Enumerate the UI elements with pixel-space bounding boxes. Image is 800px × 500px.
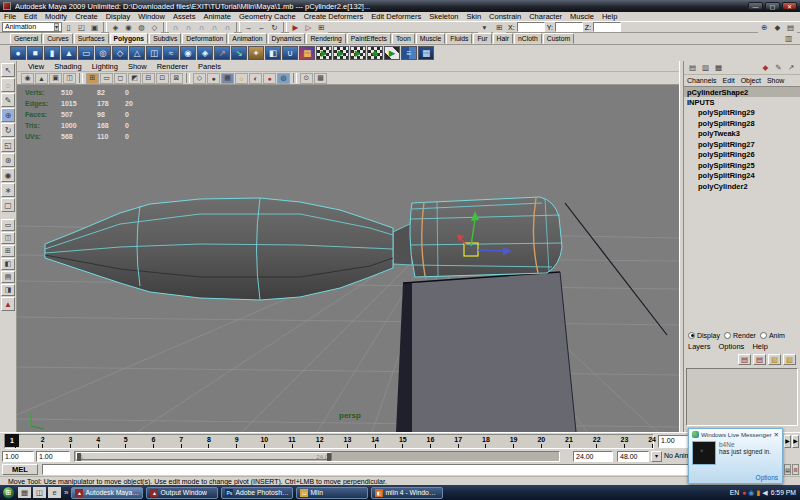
status-open-scene-icon[interactable]: ◰	[75, 22, 88, 33]
status-snap-view-plane-icon[interactable]: ∩	[208, 22, 221, 33]
shelf-smooth-preview-2-icon[interactable]: ▶	[333, 46, 349, 60]
panel-toolbar-gate-mask-icon[interactable]: ◩	[128, 73, 141, 84]
mel-input[interactable]	[42, 464, 782, 475]
layout-layout-single-icon[interactable]: ▭	[1, 219, 15, 231]
status-snap-curve-icon[interactable]: ∩	[182, 22, 195, 33]
shelf-poly-extrude-icon[interactable]: ↗	[214, 46, 230, 60]
tool-move-tool-icon[interactable]: ⊕	[1, 108, 15, 122]
layout-layout-persp-outliner-icon[interactable]: ◧	[1, 258, 15, 270]
cylinder-mesh[interactable]	[410, 197, 562, 277]
quick-launch-show-desktop-icon[interactable]: ▦	[18, 487, 31, 498]
panel-toolbar-image-plane-icon[interactable]: ◫	[63, 73, 76, 84]
task-mlin-4-windows-p-[interactable]: ◧mlin 4 - Windows P...	[371, 487, 443, 499]
tray-volume-tray-icon[interactable]: ◀	[762, 488, 767, 498]
panel-toolbar-camera-attributes-icon[interactable]: ▲	[35, 73, 48, 84]
panel-toolbar-safe-title-icon[interactable]: ⊠	[170, 73, 183, 84]
close-button[interactable]: ✕	[782, 2, 797, 10]
tool-lasso-tool-icon[interactable]: ◌	[1, 78, 15, 92]
input-node-polysplitring28[interactable]: polySplitRing28	[684, 119, 800, 130]
shelf-tab-general[interactable]: General	[10, 33, 42, 44]
layout-layout-hypershade-icon[interactable]: ▤	[1, 271, 15, 283]
status-snap-grid-icon[interactable]: ∩	[169, 22, 182, 33]
menu-modify[interactable]: Modify	[41, 12, 71, 21]
status-render-settings-icon[interactable]: ⊞	[315, 22, 328, 33]
input-node-polysplitring29[interactable]: polySplitRing29	[684, 108, 800, 119]
cb-menu-object[interactable]: Object	[738, 77, 764, 84]
panel-menu-renderer[interactable]: Renderer	[152, 62, 193, 71]
shelf-tab-toon[interactable]: Toon	[392, 33, 415, 44]
play-forward-button[interactable]: ▶	[784, 435, 791, 448]
menu-create-deformers[interactable]: Create Deformers	[300, 12, 368, 21]
tray-messenger-tray-icon[interactable]: ●	[742, 488, 746, 498]
messenger-popup[interactable]: Windows Live Messenger ✕ b4Ne has just s…	[688, 428, 783, 484]
shelf-tab-rendering[interactable]: Rendering	[306, 33, 345, 44]
status-new-scene-icon[interactable]: ▯	[62, 22, 75, 33]
shelf-tab-curves[interactable]: Curves	[43, 33, 73, 44]
tray-media-player-tray-icon[interactable]: ▮	[756, 488, 760, 498]
status-select-object-icon[interactable]: ◉	[122, 22, 135, 33]
status-ipr-render-icon[interactable]: ▷	[302, 22, 315, 33]
status-save-scene-icon[interactable]: ▣	[88, 22, 101, 33]
panel-toolbar-texture-placement-icon[interactable]: ▩	[314, 73, 327, 84]
mel-toggle-button[interactable]: MEL	[2, 464, 38, 475]
menu-help[interactable]: Help	[598, 12, 621, 21]
bullet-mesh[interactable]	[45, 198, 393, 300]
quick-rename-icon[interactable]: ⊞	[493, 22, 506, 33]
status-right-plugin-manager-icon[interactable]: ◆	[771, 22, 784, 33]
shelf-poly-texture-icon[interactable]: ▦	[299, 46, 315, 60]
quick-launch-internet-explorer-icon[interactable]: e	[48, 487, 61, 498]
cb-left-channel-manip-icon[interactable]: ▤	[686, 62, 699, 73]
tool-universal-manip-icon[interactable]: ⊛	[1, 153, 15, 167]
cb-right-channel-pencil-icon[interactable]: ✎	[772, 62, 785, 73]
z-input[interactable]	[593, 22, 621, 32]
panel-toolbar-wireframe-icon[interactable]: ◇	[193, 73, 206, 84]
menu-file[interactable]: File	[0, 12, 20, 21]
neck-mesh[interactable]	[393, 223, 412, 265]
messenger-close-icon[interactable]: ✕	[774, 431, 779, 439]
status-select-component-icon[interactable]: ◍	[135, 22, 148, 33]
shelf-poly-prism-icon[interactable]: ◇	[112, 46, 128, 60]
cb-left-channel-hyperbolic-icon[interactable]: ▦	[712, 62, 725, 73]
anim-layer-dropdown-icon[interactable]: ▾	[651, 451, 662, 462]
playback-start-field[interactable]: 1.00	[36, 451, 70, 462]
range-slider-bar[interactable]: 1 24.0	[76, 452, 332, 460]
current-time-field[interactable]: 1.00	[658, 435, 688, 448]
layer-menu-options[interactable]: Options	[715, 342, 749, 351]
animation-start-field[interactable]: 1.00	[2, 451, 34, 462]
menu-skeleton[interactable]: Skeleton	[425, 12, 462, 21]
shelf-smooth-preview-1-icon[interactable]: ▶	[316, 46, 332, 60]
input-node-polytweak3[interactable]: polyTweak3	[684, 129, 800, 140]
panel-toolbar-xray-icon[interactable]: ◍	[277, 73, 290, 84]
status-snap-surface-icon[interactable]: ∩	[221, 22, 234, 33]
panel-toolbar-resolution-gate-icon[interactable]: ◻	[114, 73, 127, 84]
status-output-connections-icon[interactable]: ←	[255, 22, 268, 33]
menu-constrain[interactable]: Constrain	[485, 12, 525, 21]
panel-toolbar-film-gate-icon[interactable]: ▭	[100, 73, 113, 84]
layer-radio-anim[interactable]: Anim	[760, 332, 785, 339]
layer-btn-new-layer-selected-icon[interactable]: ▧	[783, 354, 796, 365]
layer-menu-layers[interactable]: Layers	[684, 342, 715, 351]
shelf-smooth-preview-3-icon[interactable]: ▶	[350, 46, 366, 60]
status-snap-point-icon[interactable]: ∩	[195, 22, 208, 33]
menu-muscle[interactable]: Muscle	[566, 12, 598, 21]
panel-toolbar-grid-icon[interactable]: ⊞	[86, 73, 99, 84]
shelf-poly-soccer-ball-icon[interactable]: ◉	[180, 46, 196, 60]
layout-layout-persp-graph-icon[interactable]: ◨	[1, 284, 15, 296]
layer-list[interactable]	[686, 368, 798, 426]
shelf-tab-custom[interactable]: Custom	[543, 33, 574, 44]
viewport-canvas[interactable]: Verts:510820Edges:101517820Faces:507980T…	[17, 85, 679, 432]
shelf-poly-mirror-icon[interactable]: ◧	[265, 46, 281, 60]
cb-menu-channels[interactable]: Channels	[684, 77, 720, 84]
shelf-poly-cube-icon[interactable]: ■	[27, 46, 43, 60]
cb-right-channel-key-icon[interactable]: ◆	[759, 62, 772, 73]
shelf-tab-fur[interactable]: Fur	[473, 33, 491, 44]
time-slider-ticks[interactable]: 123456789101112131415161718192021222324	[4, 434, 654, 449]
menu-geometry-cache[interactable]: Geometry Cache	[235, 12, 300, 21]
shelf-poly-platonic-icon[interactable]: ◈	[197, 46, 213, 60]
shelf-poly-cone-icon[interactable]: ▲	[61, 46, 77, 60]
task-autodesk-maya-2009-[interactable]: ▲Autodesk Maya 2009...	[71, 487, 143, 499]
selected-object-name[interactable]: pCylinderShape2	[684, 86, 800, 97]
shelf-crease-set-icon[interactable]: ≡	[401, 46, 417, 60]
shelf-poly-sphere-icon[interactable]: ●	[10, 46, 26, 60]
script-editor-icon[interactable]: ▤	[784, 464, 791, 475]
